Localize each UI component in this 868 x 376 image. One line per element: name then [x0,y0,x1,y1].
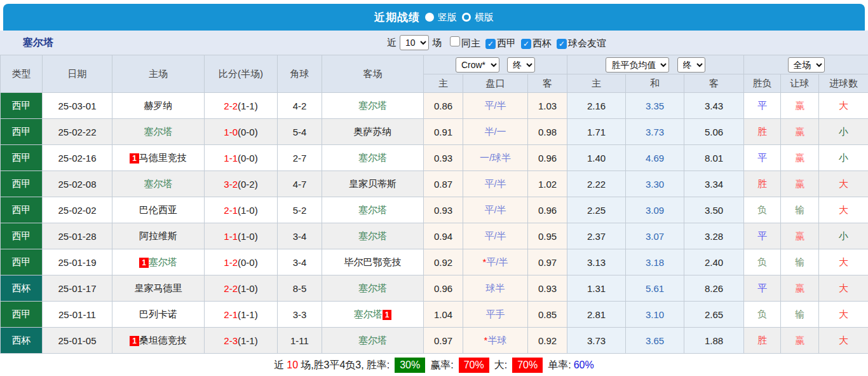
avg-stage-select[interactable]: 终 [677,57,705,73]
match-row: 西甲25-01-11巴列卡诺2-1(1-1)3-3塞尔塔11.04平手0.852… [1,302,868,328]
avg-draw-cell: 3.30 [626,171,684,197]
avg-home-cell: 3.13 [567,249,626,275]
team-label: 巴列卡诺 [139,309,177,319]
subcol-avg-home: 主 [567,74,626,93]
avg-away-cell: 2.65 [684,302,744,328]
col-header-corner: 角球 [278,55,322,93]
checkbox-label[interactable]: 同主 [461,38,480,48]
checkbox-label[interactable]: 西甲 [497,38,516,48]
team-label: 塞尔塔 [358,152,387,163]
handicap-label: 平/半 [486,256,508,267]
halftime-score: (1-0) [238,283,258,294]
handicap-cell: 一/球半 [463,145,528,171]
subcol-odds-home: 主 [424,74,463,93]
handicap-cell: *平/半 [463,249,528,275]
match-type-cell: 西杯 [1,328,43,354]
score-cell: 2-3(1-1) [205,328,278,354]
handicap-label: 平/半 [484,230,506,241]
match-row: 西甲25-01-191塞尔塔1-2(0-0)3-4毕尔巴鄂竞技0.92*平/半0… [1,249,868,275]
col-header-home: 主场 [112,55,205,93]
home-team-cell: 1桑坦德竞技 [112,328,205,354]
fulltime-score: 2-1 [224,309,238,320]
checkbox-西杯[interactable]: ✓ [521,39,531,49]
ying-rate-badge: 70% [459,358,489,373]
team-label: 塞尔塔 [358,230,387,241]
halftime-score: (1-0) [238,231,258,242]
outcome-cell: 平 [744,145,781,171]
avg-draw-cell: 3.35 [626,93,684,119]
col-header-score: 比分(半场) [205,55,278,93]
handicap-cell: 球半 [463,275,528,302]
summary-prefix: 近 [274,359,284,372]
odds-home-cell: 0.92 [424,249,463,275]
col-header-type: 类型 [1,55,43,93]
layout-radio-vertical[interactable]: 竖版 [425,11,457,24]
odds-home-cell: 0.87 [424,171,463,197]
subcol-goals: 进球数 [819,74,868,93]
handicap-result-cell: 赢 [781,93,819,119]
odds-away-cell: 0.96 [528,145,567,171]
checkbox-西甲[interactable]: ✓ [485,39,496,49]
corner-cell: 1-11 [278,328,322,354]
outcome-cell: 胜 [744,171,781,197]
handicap-cell: 平手 [463,302,528,328]
checkbox-球会友谊[interactable]: ✓ [557,39,567,49]
team-label: 塞尔塔 [149,256,177,267]
handicap-cell: 半/一 [463,119,528,145]
handicap-label: 平/半 [484,100,506,111]
avg-home-cell: 2.37 [567,223,626,249]
handicap-cell: 平/半 [463,171,528,197]
avg-type-select[interactable]: 胜平负均值 [606,57,669,73]
checkbox-label[interactable]: 西杯 [532,38,552,48]
away-team-cell: 塞尔塔 [322,275,424,302]
match-type-cell: 西甲 [1,93,43,119]
handicap-result-cell: 赢 [781,328,819,354]
match-date-cell: 25-01-11 [43,302,112,328]
odds-stage-select[interactable]: 终 [507,57,535,73]
handicap-result-cell: 输 [781,302,819,328]
summary-mid: 场,胜3平4负3, [301,359,364,372]
team-label: 毕尔巴鄂竞技 [344,256,402,267]
layout-radio-horizontal[interactable]: 横版 [462,11,494,24]
avg-away-cell: 3.43 [684,93,744,119]
scope-select[interactable]: 全场 [788,57,825,73]
score-cell: 2-1(1-1) [205,302,278,328]
col-header-date: 日期 [43,55,112,93]
corner-cell: 5-2 [278,197,322,223]
outcome-cell: 平 [744,223,781,249]
goals-cell: 大 [819,93,868,119]
checkbox-label[interactable]: 球会友谊 [568,38,606,48]
recent-count-select[interactable]: 10 [400,35,429,50]
home-team-cell: 赫罗纳 [112,93,205,119]
team-name: 塞尔塔 [23,36,53,50]
odds-away-cell: 0.98 [528,119,567,145]
odds-home-cell: 0.94 [424,223,463,249]
match-date-cell: 25-02-22 [43,119,112,145]
radio-unselected-icon[interactable] [462,13,471,22]
away-team-cell: 塞尔塔 [322,328,424,354]
team-label: 塞尔塔 [358,204,387,215]
summary-bar: 近10场,胜3平4负3, 胜率: 30% 赢率: 70% 大: 70% 单率: … [0,354,868,376]
home-team-cell: 塞尔塔 [112,119,205,145]
match-date-cell: 25-01-17 [43,275,112,302]
radio-selected-icon[interactable] [425,13,434,22]
avg-draw-cell: 3.73 [626,119,684,145]
match-date-cell: 25-02-08 [43,171,112,197]
outcome-cell: 胜 [744,119,781,145]
checkbox-同主[interactable] [450,36,460,46]
results-table: 类型 日期 主场 比分(半场) 角球 客场 Crow* 终 胜平负均值 终 全场 [0,55,868,354]
halftime-score: (1-1) [238,101,258,111]
match-type-cell: 西甲 [1,302,43,328]
home-team-cell: 1塞尔塔 [112,249,205,275]
avg-away-cell: 5.06 [684,119,744,145]
score-cell: 2-1(1-0) [205,197,278,223]
fulltime-score: 2-2 [224,283,238,294]
match-date-cell: 25-02-16 [43,145,112,171]
odds-source-select[interactable]: Crow* [456,57,499,73]
fulltime-score: 2-3 [224,335,238,346]
avg-away-cell: 2.40 [684,249,744,275]
outcome-cell: 胜 [744,328,781,354]
avg-home-cell: 2.25 [567,197,626,223]
score-cell: 1-1(1-0) [205,223,278,249]
match-type-cell: 西甲 [1,249,43,275]
